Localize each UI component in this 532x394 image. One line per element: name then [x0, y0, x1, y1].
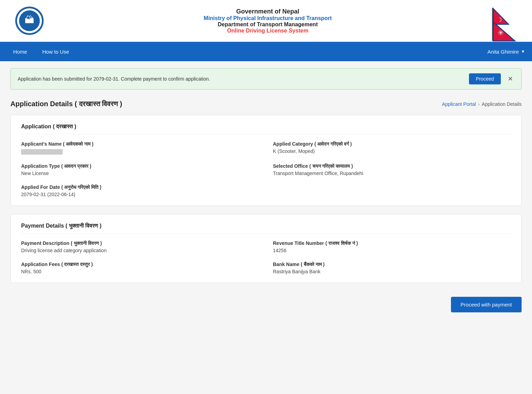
field-applied-date: Applied For Date ( अनुरोध गरिएको मिति ) … [21, 184, 259, 197]
payment-card-title: Payment Details ( भुक्तानी विवरण ) [21, 223, 511, 233]
nepal-emblem-logo: 🏔 [14, 5, 45, 36]
alert-banner: Application has been submitted for 2079-… [10, 68, 522, 90]
payment-card: Payment Details ( भुक्तानी विवरण ) Payme… [10, 214, 522, 283]
field-application-fees: Application Fees ( दरखास्त दस्तुर ) NRs.… [21, 262, 259, 274]
svg-text:☽: ☽ [497, 16, 502, 23]
application-fields-grid: Applicant's Name ( आवेदकको नाम ) Applied… [21, 141, 511, 197]
field-payment-desc: Payment Description ( भुक्तानी विवरण ) D… [21, 240, 259, 253]
user-name-label: Anita Ghimire [487, 49, 519, 55]
close-alert-button[interactable]: ✕ [506, 75, 514, 83]
field-revenue-title: Revenue Title Number ( राजश्व शिर्षक नं … [273, 240, 511, 253]
site-header: 🏔 Government of Nepal Ministry of Physic… [0, 0, 532, 42]
field-label-name: Applicant's Name ( आवेदकको नाम ) [21, 141, 259, 147]
svg-text:✳: ✳ [498, 29, 504, 37]
user-menu[interactable]: Anita Ghimire ▼ [487, 49, 525, 55]
field-label-category: Applied Category ( आवेदन गरिएको वर्ग ) [273, 141, 511, 147]
header-line3: Department of Transport Management [45, 21, 490, 28]
field-label-pay-desc: Payment Description ( भुक्तानी विवरण ) [21, 240, 259, 246]
field-value-date: 2079-02-31 (2022-06-14) [21, 192, 259, 197]
field-applied-category: Applied Category ( आवेदन गरिएको वर्ग ) K… [273, 141, 511, 155]
breadcrumb-portal-link[interactable]: Applicant Portal [442, 101, 476, 107]
field-label-type: Application Type ( आवदन प्रकार ) [21, 163, 259, 169]
field-value-bank: Rastriya Banijya Bank [273, 269, 511, 274]
nepal-flag: ☽ ✳ [490, 7, 518, 35]
svg-marker-6 [493, 22, 515, 41]
nav-home[interactable]: Home [7, 43, 33, 60]
navbar: Home How to Use Anita Ghimire ▼ [0, 42, 532, 61]
breadcrumb-separator: › [478, 101, 480, 107]
page-title-row: Application Details ( दरखास्त विवरण ) Ap… [0, 97, 532, 115]
field-value-pay-desc: Driving license add category application [21, 248, 259, 253]
field-value-category: K (Scooter, Moped) [273, 148, 511, 154]
field-application-type: Application Type ( आवदन प्रकार ) New Lic… [21, 163, 259, 176]
field-value-type: New License [21, 171, 259, 176]
field-value-fees: NRs. 500 [21, 269, 259, 274]
field-bank-name: Bank Name ( बैंकको नाम ) Rastriya Banijy… [273, 262, 511, 274]
field-label-office: Selected Office ( चयन गरिएको कायालय ) [273, 163, 511, 169]
header-text: Government of Nepal Ministry of Physical… [45, 8, 490, 34]
breadcrumb-current: Application Details [482, 101, 522, 107]
header-line4: Online Driving License System [45, 28, 490, 34]
field-label-revenue: Revenue Title Number ( राजश्व शिर्षक नं … [273, 240, 511, 246]
breadcrumb: Applicant Portal › Application Details [442, 101, 522, 107]
field-selected-office: Selected Office ( चयन गरिएको कायालय ) Tr… [273, 163, 511, 176]
field-label-fees: Application Fees ( दरखास्त दस्तुर ) [21, 262, 259, 267]
field-label-bank: Bank Name ( बैंकको नाम ) [273, 262, 511, 267]
application-card-title: Application ( दरखास्त ) [21, 123, 511, 134]
nav-how-to-use[interactable]: How to Use [36, 43, 76, 60]
proceed-with-payment-button[interactable]: Proceed with payment [451, 297, 522, 312]
payment-fields-grid: Payment Description ( भुक्तानी विवरण ) D… [21, 240, 511, 274]
alert-actions: Proceed ✕ [469, 73, 514, 84]
field-applicant-name: Applicant's Name ( आवेदकको नाम ) [21, 141, 259, 155]
field-label-date: Applied For Date ( अनुरोध गरिएको मिति ) [21, 184, 259, 190]
bottom-action-row: Proceed with payment [0, 291, 532, 326]
field-value-revenue: 14256 [273, 248, 511, 253]
header-line2: Ministry of Physical Infrastructure and … [45, 15, 490, 21]
application-card: Application ( दरखास्त ) Applicant's Name… [10, 115, 522, 206]
field-value-name [21, 149, 63, 155]
alert-text: Application has been submitted for 2079-… [18, 76, 469, 82]
field-empty [273, 184, 511, 197]
field-value-office: Transport Management Office, Rupandehi [273, 171, 511, 176]
page-title: Application Details ( दरखास्त विवरण ) [10, 100, 122, 108]
header-line1: Government of Nepal [45, 8, 490, 15]
navbar-left: Home How to Use [7, 43, 76, 60]
proceed-button[interactable]: Proceed [469, 73, 501, 84]
svg-text:🏔: 🏔 [25, 15, 34, 25]
chevron-down-icon: ▼ [521, 49, 525, 54]
